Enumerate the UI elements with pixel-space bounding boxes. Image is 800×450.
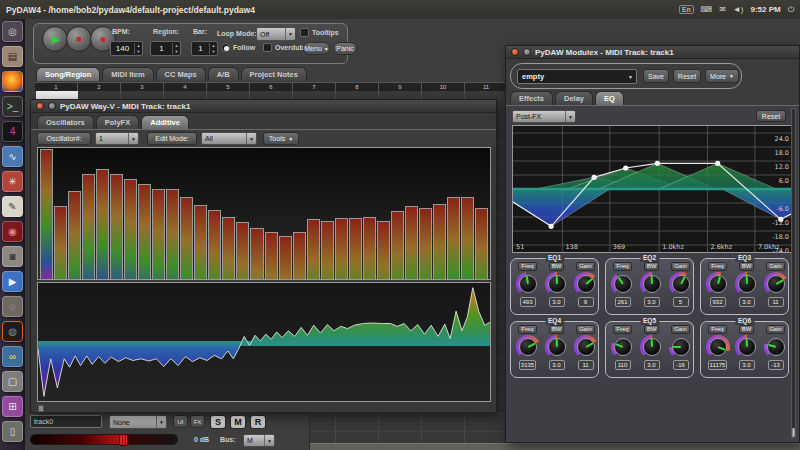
active-app-icon[interactable]: ◍: [2, 321, 23, 342]
harmonic-bar[interactable]: [391, 211, 404, 279]
harmonic-bar[interactable]: [377, 221, 390, 280]
eq3-bw-knob[interactable]: [735, 272, 759, 296]
track-fx-button[interactable]: FX: [190, 415, 205, 428]
follow-checkbox[interactable]: [221, 43, 230, 52]
harmonic-bar[interactable]: [335, 218, 348, 279]
eq6-bw-knob[interactable]: [735, 335, 759, 359]
wavv-titlebar[interactable]: PyDAW Way-V - MIDI Track: track1: [31, 100, 496, 113]
menu-button[interactable]: Menu ▼: [303, 42, 330, 55]
terminal-icon[interactable]: >_: [2, 96, 23, 117]
wavv-bottom-widget[interactable]: [38, 405, 44, 412]
harmonic-bar[interactable]: [236, 222, 249, 279]
harmonic-bar[interactable]: [433, 204, 446, 279]
modulex-titlebar[interactable]: PyDAW Modulex - MIDI Track: track1: [506, 46, 799, 59]
tooltips-checkbox[interactable]: [300, 28, 309, 37]
eq-node-handle[interactable]: [655, 161, 660, 166]
eq2-bw-knob[interactable]: [640, 272, 664, 296]
harmonic-bar[interactable]: [68, 191, 81, 279]
keyboard-layout-indicator[interactable]: En: [679, 5, 694, 14]
eq3-gain-knob[interactable]: [764, 272, 788, 296]
mute-button[interactable]: M: [230, 415, 246, 429]
files-icon[interactable]: ▤: [2, 46, 23, 67]
solo-button[interactable]: S: [210, 415, 226, 429]
modulex-minimize-icon[interactable]: [523, 48, 531, 56]
wavv-close-icon[interactable]: [36, 102, 44, 110]
eq5-bw-knob[interactable]: [640, 335, 664, 359]
search-tool-icon[interactable]: ◌: [2, 296, 23, 317]
tab-song-region[interactable]: Song/Region: [36, 67, 100, 81]
harmonic-bar[interactable]: [307, 219, 320, 279]
instrument-select[interactable]: None ▼: [109, 415, 167, 429]
harmonic-bar[interactable]: [447, 197, 460, 279]
harmonic-bar[interactable]: [461, 197, 474, 279]
stop-button[interactable]: ■: [66, 26, 92, 52]
eq-node-handle[interactable]: [623, 165, 628, 170]
eq4-bw-knob[interactable]: [545, 335, 569, 359]
trash-icon[interactable]: ▯: [2, 421, 23, 442]
region-spinbox[interactable]: 1 ▲▼: [150, 41, 181, 56]
harmonic-bar[interactable]: [349, 218, 362, 279]
eq-graph-panel[interactable]: 511383691.0khz2.6khz7.0khz24.018.012.06.…: [512, 125, 793, 253]
eq-node-handle[interactable]: [715, 161, 720, 166]
waveform-view-panel[interactable]: [37, 282, 491, 402]
eq1-gain-knob[interactable]: [574, 272, 598, 296]
harmonic-bar[interactable]: [194, 205, 207, 279]
panic-button[interactable]: Panic: [333, 42, 357, 55]
python-icon[interactable]: ∞: [2, 346, 23, 367]
pydaw4-icon[interactable]: 4: [2, 121, 23, 142]
track-ui-button[interactable]: UI: [173, 415, 188, 428]
message-icon[interactable]: ✉: [719, 5, 726, 14]
media-swirl-app-icon[interactable]: ◉: [2, 221, 23, 242]
harmonic-bar[interactable]: [138, 184, 151, 279]
workspaces-icon[interactable]: ⊞: [2, 396, 23, 417]
tab-midi-item[interactable]: MIDI Item: [102, 67, 153, 81]
wavv-minimize-icon[interactable]: [48, 102, 56, 110]
firefox-icon[interactable]: [2, 71, 23, 92]
volume-slider-handle[interactable]: [119, 434, 128, 446]
loop-mode-select[interactable]: Off ▼: [256, 27, 296, 41]
harmonic-bar[interactable]: [110, 174, 123, 279]
wavv-tab-additive[interactable]: Additive: [141, 115, 189, 129]
modulex-close-icon[interactable]: [511, 48, 519, 56]
harmonic-bar[interactable]: [321, 221, 334, 280]
play-button[interactable]: ▶: [42, 26, 68, 52]
harmonic-bar[interactable]: [124, 179, 137, 279]
harmonic-bar[interactable]: [96, 169, 109, 280]
harmonics-editor-panel[interactable]: [37, 147, 491, 280]
bar-spinbox[interactable]: 1 ▲▼: [191, 41, 218, 56]
wavv-tab-oscillators[interactable]: Oscillators: [37, 115, 94, 129]
modulex-tab-effects[interactable]: Effects: [510, 91, 553, 105]
screenshot-tool-icon[interactable]: ◙: [2, 246, 23, 267]
text-entry-icon[interactable]: ⌨: [701, 5, 713, 14]
harmonic-bar[interactable]: [405, 206, 418, 279]
modulex-tab-delay[interactable]: Delay: [555, 91, 593, 105]
eq-reset-button[interactable]: Reset: [756, 110, 786, 122]
harmonic-bar[interactable]: [363, 217, 376, 279]
sound-icon[interactable]: ◄): [733, 5, 744, 14]
tab-cc-maps[interactable]: CC Maps: [156, 67, 206, 81]
audio-monitor-icon[interactable]: ∿: [2, 146, 23, 167]
eq5-gain-knob[interactable]: [669, 335, 693, 359]
network-tool-icon[interactable]: ✳: [2, 171, 23, 192]
track-name-box[interactable]: track0: [30, 415, 102, 428]
tab-a-b[interactable]: A/B: [208, 67, 239, 81]
bus-select[interactable]: M ▼: [243, 434, 275, 447]
harmonic-bar[interactable]: [152, 189, 165, 279]
routing-select[interactable]: Post-FX ▼: [512, 110, 576, 123]
eq1-bw-knob[interactable]: [545, 272, 569, 296]
eq3-freq-knob[interactable]: [706, 272, 730, 296]
text-editor-icon[interactable]: ✎: [2, 196, 23, 217]
dash-home-icon[interactable]: ◎: [2, 21, 23, 42]
eq4-gain-knob[interactable]: [574, 335, 598, 359]
harmonic-bar[interactable]: [82, 174, 95, 279]
harmonic-bar[interactable]: [279, 236, 292, 279]
disk-utility-icon[interactable]: ▢: [2, 371, 23, 392]
eq6-gain-knob[interactable]: [764, 335, 788, 359]
eq5-freq-knob[interactable]: [611, 335, 635, 359]
harmonic-bar[interactable]: [180, 197, 193, 279]
bpm-spinbox[interactable]: 140 ▲▼: [110, 41, 143, 56]
eq1-freq-knob[interactable]: [516, 272, 540, 296]
overdub-checkbox[interactable]: [263, 43, 272, 52]
harmonic-bar[interactable]: [265, 232, 278, 279]
edit-mode-select[interactable]: All ▼: [201, 132, 257, 145]
